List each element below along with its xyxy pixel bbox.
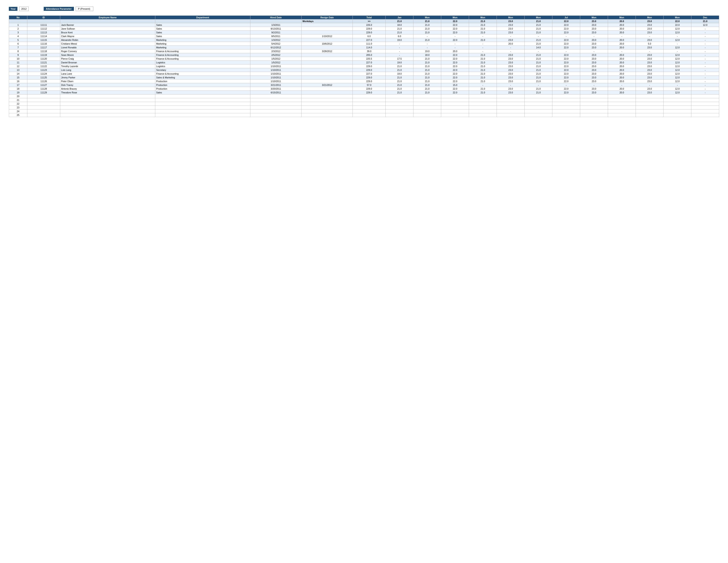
col-apr: Mon xyxy=(469,16,497,19)
col-jan: Jan xyxy=(386,16,413,19)
year-label: Year xyxy=(9,7,17,11)
wd-jun: 21.0 xyxy=(525,19,552,23)
wd-sep: 20.0 xyxy=(608,19,636,23)
wd-mar: 22.0 xyxy=(441,19,469,23)
wd-jan: 21.0 xyxy=(386,19,413,23)
col-total: Total xyxy=(353,16,386,19)
wd-feb: 21.0 xyxy=(413,19,441,23)
col-sep: Mon xyxy=(608,16,636,19)
col-may: Mon xyxy=(497,16,525,19)
col-mar: Mon xyxy=(441,16,469,19)
wd-jul: 22.0 xyxy=(552,19,580,23)
table-row: 811118Roger ConneryFinance & Accounting2… xyxy=(9,49,719,53)
col-id: ID xyxy=(27,16,60,19)
table-row: 611116Cristiano MessiMarketing5/4/201210… xyxy=(9,42,719,46)
wd-arrow: >> xyxy=(353,19,386,23)
wd-dec: 21.0 xyxy=(691,19,719,23)
col-nov: Mon xyxy=(663,16,691,19)
wd-name xyxy=(60,19,155,23)
table-row: 1311123Lois LangSecretary1/10/2011229.02… xyxy=(9,68,719,72)
param-value: P (Present) xyxy=(76,7,93,11)
table-row: 911119Sean MooreFinance & Accounting2/5/… xyxy=(9,53,719,57)
table-row: 511115Alexandre RobinMarketing1/3/201222… xyxy=(9,38,719,42)
table-row: 111111Jack BannerSales1/3/2011226.018.02… xyxy=(9,23,719,27)
table-row: 1811128Antonio BraceyProduction3/20/2011… xyxy=(9,87,719,91)
table-row: 22 xyxy=(9,102,719,106)
col-jul: Jul xyxy=(552,16,580,19)
table-row: 1211122Timothy LazenbiLogistics1/10/2011… xyxy=(9,64,719,68)
table-row: 23 xyxy=(9,106,719,109)
table-header: No ID Employee Name Department Hired Dat… xyxy=(9,16,719,19)
wd-dept xyxy=(155,19,250,23)
col-jun: Mon xyxy=(525,16,552,19)
year-value: 2012 xyxy=(19,7,28,11)
table-row: 1411124Lana LaneFinance & Accounting1/10… xyxy=(9,72,719,76)
col-dec: Dec xyxy=(691,16,719,19)
col-feb: Mon xyxy=(413,16,441,19)
table-row: 311113Bruce KentSales9/2/2011229.021.021… xyxy=(9,31,719,34)
wd-apr: 21.0 xyxy=(469,19,497,23)
table-row: 1911129Theodore RoseSales6/15/2011229.02… xyxy=(9,91,719,94)
col-dept: Department xyxy=(155,16,250,19)
top-bar: Year 2012 Attendance Parameter P (Presen… xyxy=(9,7,719,11)
col-name: Employee Name xyxy=(60,16,155,19)
wd-no xyxy=(9,19,27,23)
wd-id xyxy=(27,19,60,23)
workdays-row: Workdays >> 21.0 21.0 22.0 21.0 23.0 21.… xyxy=(9,19,719,23)
param-label: Attendance Parameter xyxy=(44,7,74,11)
table-row: 1711127Dick TraceyProduction3/21/20113/2… xyxy=(9,83,719,87)
col-aug: Mon xyxy=(580,16,608,19)
wd-hired xyxy=(250,19,301,23)
table-row: 711117Lionel RonaldoMarketing6/12/201211… xyxy=(9,46,719,49)
col-oct: Mon xyxy=(636,16,663,19)
wd-nov: 22.0 xyxy=(663,19,691,23)
table-row: 20 xyxy=(9,94,719,98)
col-resign: Resign Date xyxy=(302,16,353,19)
table-row: 1611126Peter OlsenProduction1/10/2011229… xyxy=(9,79,719,83)
table-row: 24 xyxy=(9,109,719,113)
table-row: 25 xyxy=(9,113,719,117)
wd-oct: 23.0 xyxy=(636,19,663,23)
table-row: 21 xyxy=(9,98,719,102)
attendance-table: No ID Employee Name Department Hired Dat… xyxy=(9,15,719,117)
table-row: 1011120Pierce CraigFinance & Accounting1… xyxy=(9,57,719,61)
col-hired: Hired Date xyxy=(250,16,301,19)
table-row: 1111121Daniel BrosnanLogistics1/5/201222… xyxy=(9,61,719,64)
table-row: 1511125Jimmy ParkerSales & Marketing1/10… xyxy=(9,76,719,79)
wd-aug: 23.0 xyxy=(580,19,608,23)
table-row: 211112Jane SullivanSales8/13/2011229.021… xyxy=(9,27,719,31)
wd-may: 23.0 xyxy=(497,19,525,23)
col-no: No xyxy=(9,16,27,19)
wd-label: Workdays xyxy=(302,19,353,23)
table-row: 411114Clark WayneSales8/5/20111/10/20126… xyxy=(9,34,719,38)
